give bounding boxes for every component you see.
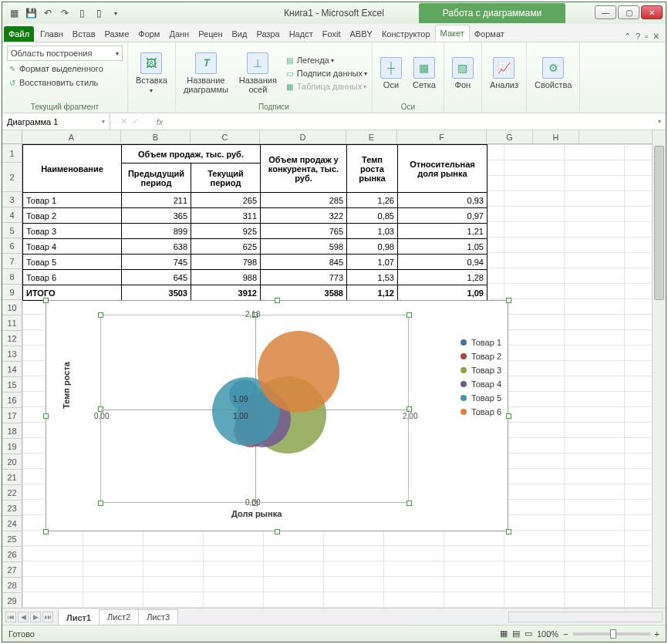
selection-handle[interactable] [43, 529, 49, 534]
cell[interactable]: 3912 [191, 285, 261, 301]
tab-data[interactable]: Данн [164, 26, 194, 42]
selection-handle[interactable] [43, 413, 49, 419]
row-header[interactable]: 15 [2, 377, 22, 393]
cell[interactable]: 925 [191, 224, 261, 239]
help-icon[interactable]: ? [636, 32, 640, 42]
cell[interactable]: 3588 [261, 285, 347, 301]
collapse-ribbon-icon[interactable]: ⌃ [624, 32, 631, 42]
row-header[interactable]: 17 [2, 408, 22, 423]
view-normal-icon[interactable]: ▦ [500, 629, 508, 639]
cell[interactable]: 773 [261, 270, 347, 285]
cell[interactable]: 0,85 [347, 208, 398, 224]
undo-icon[interactable]: ↶ [41, 6, 55, 20]
row-header[interactable]: 25 [2, 531, 22, 547]
view-break-icon[interactable]: ▭ [525, 629, 532, 639]
row-header[interactable]: 13 [2, 346, 22, 362]
data-labels-button[interactable]: ▭Подписи данных ▾ [285, 67, 367, 79]
horizontal-scrollbar[interactable] [508, 612, 663, 622]
fx-label[interactable]: fx [149, 117, 170, 126]
column-header[interactable]: B [121, 130, 191, 143]
cell[interactable]: 1,03 [347, 224, 398, 239]
selection-handle[interactable] [98, 312, 103, 318]
chart-title-button[interactable]: 𝙏Название диаграммы [180, 51, 231, 96]
cell[interactable]: 745 [122, 255, 191, 270]
cell[interactable]: Товар 4 [23, 239, 122, 255]
tab-abbyy[interactable]: ABBY [346, 26, 377, 42]
cell[interactable]: ИТОГО [23, 285, 122, 301]
legend-item[interactable]: Товар 3 [461, 366, 501, 375]
cell[interactable]: 1,09 [398, 285, 488, 301]
cell[interactable]: 311 [191, 208, 261, 224]
legend-button[interactable]: ▤Легенда ▾ [285, 54, 367, 66]
tab-foxit[interactable]: Foxit [318, 26, 346, 42]
row-header[interactable]: 29 [2, 593, 22, 608]
legend-item[interactable]: Товар 2 [461, 352, 501, 361]
column-headers[interactable]: ABCDEFGH [22, 130, 652, 144]
cell[interactable]: 845 [261, 255, 347, 270]
last-sheet-icon[interactable]: ⏭ [42, 612, 53, 622]
column-header[interactable]: D [260, 130, 346, 143]
tab-formulas[interactable]: Форм [133, 26, 164, 42]
tab-view[interactable]: Вид [228, 26, 252, 42]
row-header[interactable]: 26 [2, 547, 22, 562]
chart-object[interactable]: Товар 1Товар 2Товар 3Товар 4Товар 5Товар… [46, 300, 508, 531]
row-header[interactable]: 5 [2, 223, 22, 238]
gridlines-button[interactable]: ▦Сетка [410, 56, 439, 91]
first-sheet-icon[interactable]: ⏮ [5, 612, 16, 622]
close-button[interactable]: ✕ [641, 5, 663, 19]
row-header[interactable]: 8 [2, 269, 22, 285]
header-cell[interactable]: Предыдущий период [122, 164, 191, 193]
row-header[interactable]: 4 [2, 207, 22, 223]
row-header[interactable]: 2 [2, 163, 22, 192]
zoom-value[interactable]: 100% [537, 629, 558, 639]
cell[interactable]: 765 [261, 224, 347, 239]
data-table-button[interactable]: ▦Таблица данных ▾ [285, 80, 367, 93]
row-header[interactable]: 22 [2, 485, 22, 501]
tab-ctx-layout[interactable]: Макет [435, 25, 470, 42]
cell[interactable]: 899 [122, 224, 191, 239]
header-cell[interactable]: Относительная доля рынка [398, 145, 488, 193]
data-table[interactable]: НаименованиеОбъем продаж, тыс. руб.Объем… [22, 144, 488, 301]
selection-handle[interactable] [43, 298, 49, 303]
sheet-tab[interactable]: Лист1 [58, 609, 100, 625]
cell[interactable]: 625 [191, 239, 261, 255]
plot-area[interactable] [100, 315, 409, 503]
row-header[interactable]: 20 [2, 454, 22, 470]
properties-button[interactable]: ⚙Свойства [531, 56, 575, 91]
window-restore-icon[interactable]: ▫ [645, 32, 648, 42]
axis-titles-button[interactable]: ⊥Названия осей [236, 51, 280, 96]
scrollbar-thumb[interactable] [654, 146, 664, 300]
reset-style-button[interactable]: ↺Восстановить стиль [7, 76, 98, 89]
tab-review[interactable]: Рецен [194, 26, 227, 42]
row-header[interactable]: 19 [2, 439, 22, 454]
cell[interactable]: 3503 [122, 285, 191, 301]
cell[interactable]: 1,26 [347, 193, 398, 208]
header-cell[interactable]: Объем продаж, тыс. руб. [122, 145, 261, 164]
cell[interactable]: 0,93 [398, 193, 488, 208]
maximize-button[interactable]: ▢ [618, 5, 639, 19]
row-header[interactable]: 12 [2, 331, 22, 346]
workbook-close-icon[interactable]: ✕ [653, 32, 660, 42]
selection-handle[interactable] [98, 501, 103, 506]
column-header[interactable]: G [487, 130, 533, 143]
column-header[interactable]: E [346, 130, 397, 143]
cell[interactable]: 365 [122, 208, 191, 224]
selection-handle[interactable] [506, 298, 511, 303]
cell[interactable]: 1,12 [347, 285, 398, 301]
cell[interactable]: 265 [191, 193, 261, 208]
row-header[interactable]: 24 [2, 516, 22, 531]
cell[interactable]: 0,97 [398, 208, 488, 224]
selection-handle[interactable] [275, 529, 280, 534]
legend-item[interactable]: Товар 5 [461, 393, 501, 403]
selection-handle[interactable] [506, 529, 511, 534]
cell[interactable]: Товар 3 [23, 224, 122, 239]
header-cell[interactable]: Текущий период [191, 164, 261, 193]
row-header[interactable]: 1 [2, 144, 22, 163]
cell[interactable]: Товар 6 [23, 270, 122, 285]
insert-button[interactable]: 🖼Вставка▾ [133, 51, 170, 95]
cell[interactable]: 0,94 [398, 255, 488, 270]
chart-element-selector[interactable]: Область построения ▾ [7, 46, 123, 61]
row-header[interactable]: 7 [2, 254, 22, 269]
column-header[interactable]: C [191, 130, 260, 143]
cell[interactable]: 1,28 [398, 270, 488, 285]
